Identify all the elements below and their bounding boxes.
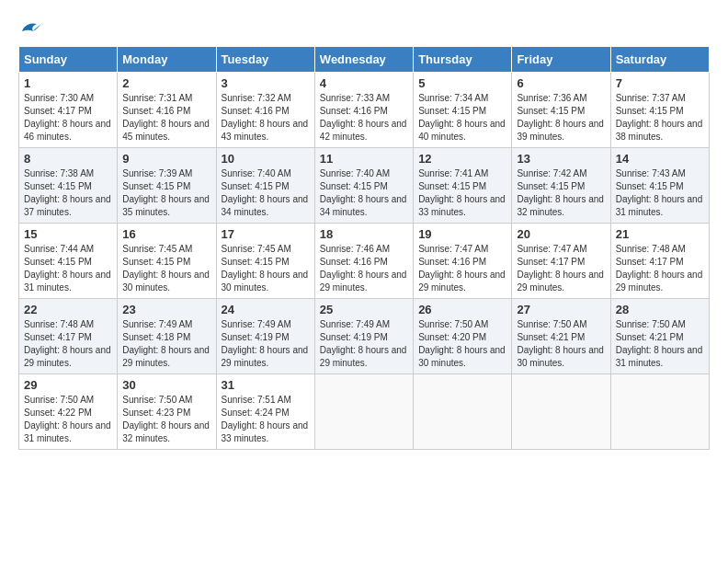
weekday-header-sunday: Sunday (19, 47, 118, 73)
table-row: 22Sunrise: 7:48 AMSunset: 4:17 PMDayligh… (19, 299, 118, 374)
table-row: 10Sunrise: 7:40 AMSunset: 4:15 PMDayligh… (216, 148, 314, 224)
page-header (18, 18, 710, 37)
weekday-header-monday: Monday (118, 47, 216, 73)
table-row (414, 374, 512, 450)
table-row: 13Sunrise: 7:42 AMSunset: 4:15 PMDayligh… (512, 148, 610, 224)
table-row: 18Sunrise: 7:46 AMSunset: 4:16 PMDayligh… (314, 224, 413, 299)
table-row: 28Sunrise: 7:50 AMSunset: 4:21 PMDayligh… (610, 299, 709, 374)
table-row: 8Sunrise: 7:38 AMSunset: 4:15 PMDaylight… (19, 148, 118, 224)
table-row: 20Sunrise: 7:47 AMSunset: 4:17 PMDayligh… (512, 224, 610, 299)
weekday-header-friday: Friday (512, 47, 610, 73)
weekday-header-thursday: Thursday (414, 47, 512, 73)
table-row: 17Sunrise: 7:45 AMSunset: 4:15 PMDayligh… (216, 224, 314, 299)
weekday-header-saturday: Saturday (610, 47, 709, 73)
table-row: 29Sunrise: 7:50 AMSunset: 4:22 PMDayligh… (19, 374, 118, 450)
table-row: 7Sunrise: 7:37 AMSunset: 4:15 PMDaylight… (610, 73, 709, 148)
table-row: 21Sunrise: 7:48 AMSunset: 4:17 PMDayligh… (610, 224, 709, 299)
calendar-week-2: 8Sunrise: 7:38 AMSunset: 4:15 PMDaylight… (19, 148, 710, 224)
table-row: 14Sunrise: 7:43 AMSunset: 4:15 PMDayligh… (610, 148, 709, 224)
table-row: 3Sunrise: 7:32 AMSunset: 4:16 PMDaylight… (216, 73, 314, 148)
table-row: 4Sunrise: 7:33 AMSunset: 4:16 PMDaylight… (314, 73, 413, 148)
calendar-week-3: 15Sunrise: 7:44 AMSunset: 4:15 PMDayligh… (19, 224, 710, 299)
calendar-header-row: SundayMondayTuesdayWednesdayThursdayFrid… (19, 47, 710, 73)
calendar-table: SundayMondayTuesdayWednesdayThursdayFrid… (18, 46, 710, 450)
table-row: 12Sunrise: 7:41 AMSunset: 4:15 PMDayligh… (414, 148, 512, 224)
logo-bird-icon (20, 18, 42, 37)
table-row: 5Sunrise: 7:34 AMSunset: 4:15 PMDaylight… (414, 73, 512, 148)
weekday-header-tuesday: Tuesday (216, 47, 314, 73)
logo (18, 18, 42, 37)
table-row: 26Sunrise: 7:50 AMSunset: 4:20 PMDayligh… (414, 299, 512, 374)
table-row: 25Sunrise: 7:49 AMSunset: 4:19 PMDayligh… (314, 299, 413, 374)
calendar-day-1: 1Sunrise: 7:30 AMSunset: 4:17 PMDaylight… (19, 73, 118, 148)
table-row: 9Sunrise: 7:39 AMSunset: 4:15 PMDaylight… (118, 148, 216, 224)
table-row: 2Sunrise: 7:31 AMSunset: 4:16 PMDaylight… (118, 73, 216, 148)
table-row: 30Sunrise: 7:50 AMSunset: 4:23 PMDayligh… (118, 374, 216, 450)
table-row: 11Sunrise: 7:40 AMSunset: 4:15 PMDayligh… (314, 148, 413, 224)
calendar-week-4: 22Sunrise: 7:48 AMSunset: 4:17 PMDayligh… (19, 299, 710, 374)
table-row (314, 374, 413, 450)
calendar-week-1: 1Sunrise: 7:30 AMSunset: 4:17 PMDaylight… (19, 73, 710, 148)
table-row (610, 374, 709, 450)
weekday-header-wednesday: Wednesday (314, 47, 413, 73)
table-row: 31Sunrise: 7:51 AMSunset: 4:24 PMDayligh… (216, 374, 314, 450)
table-row: 23Sunrise: 7:49 AMSunset: 4:18 PMDayligh… (118, 299, 216, 374)
calendar-week-5: 29Sunrise: 7:50 AMSunset: 4:22 PMDayligh… (19, 374, 710, 450)
table-row: 27Sunrise: 7:50 AMSunset: 4:21 PMDayligh… (512, 299, 610, 374)
table-row: 19Sunrise: 7:47 AMSunset: 4:16 PMDayligh… (414, 224, 512, 299)
table-row: 16Sunrise: 7:45 AMSunset: 4:15 PMDayligh… (118, 224, 216, 299)
table-row: 15Sunrise: 7:44 AMSunset: 4:15 PMDayligh… (19, 224, 118, 299)
table-row: 6Sunrise: 7:36 AMSunset: 4:15 PMDaylight… (512, 73, 610, 148)
table-row (512, 374, 610, 450)
table-row: 24Sunrise: 7:49 AMSunset: 4:19 PMDayligh… (216, 299, 314, 374)
